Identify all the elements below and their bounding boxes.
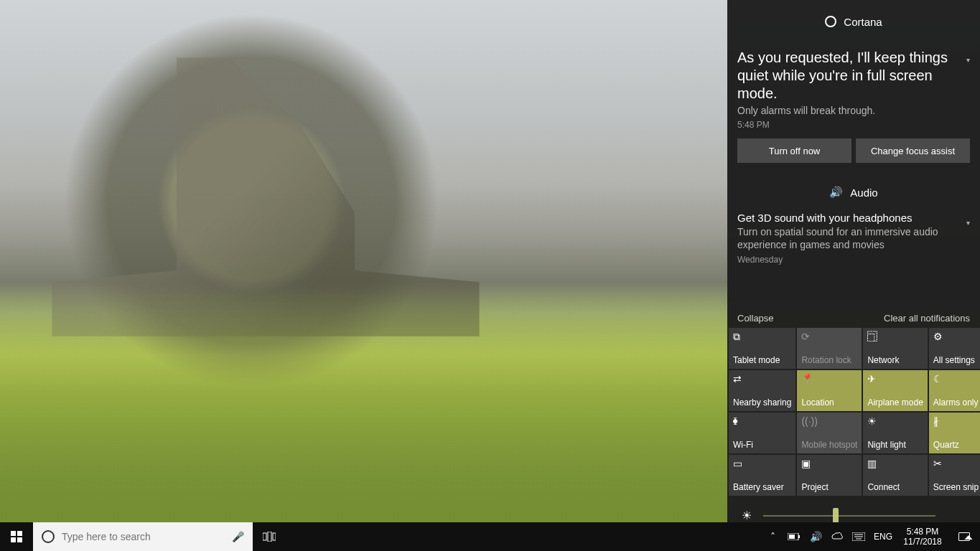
quick-action-label: Nearby sharing [733, 397, 791, 408]
sun-icon: ☀ [867, 416, 923, 426]
notification-cortana[interactable]: ▾ As you requested, I'll keep things qui… [727, 43, 980, 173]
quick-action-label: Battery saver [733, 482, 791, 492]
clear-all-button[interactable]: Clear all notifications [884, 313, 970, 324]
quick-action-rotation-lock: ⟳Rotation lock [797, 328, 862, 369]
rotation-icon: ⟳ [801, 331, 857, 342]
quick-action-airplane-mode[interactable]: ✈Airplane mode [863, 370, 927, 411]
quick-action-label: All settings [933, 355, 979, 365]
quick-action-label: Mobile hotspot [801, 440, 857, 450]
clock-date: 11/7/2018 [903, 537, 941, 547]
quick-action-screen-snip[interactable]: ✂Screen snip [929, 455, 980, 496]
quick-action-label: Quartz [933, 440, 979, 450]
notification-body: Turn on spatial sound for an immersive a… [737, 225, 970, 251]
change-focus-assist-button[interactable]: Change focus assist [856, 138, 970, 163]
tablet-icon: ⧉ [733, 331, 791, 342]
quick-action-tiles: ⧉Tablet mode⟳Rotation lock⿹Network⚙All s… [727, 328, 980, 496]
moon-icon: ☾ [933, 374, 979, 384]
notification-group-audio: 🔊 Audio [727, 173, 980, 206]
battery-icon: ▭ [733, 458, 791, 468]
collapse-button[interactable]: Collapse [737, 313, 774, 324]
chevron-down-icon[interactable]: ▾ [966, 56, 970, 64]
volume-tray-icon[interactable]: 🔊 [805, 531, 826, 542]
taskbar-clock[interactable]: 5:48 PM 11/7/2018 [897, 527, 948, 547]
task-view-icon [263, 532, 276, 542]
quick-action-network[interactable]: ⿹Network [863, 328, 927, 369]
quick-action-nearby-sharing[interactable]: ⇄Nearby sharing [729, 370, 795, 411]
system-tray: ˄ 🔊 ENG 5:48 PM 11/7/2018 [762, 522, 980, 551]
notification-icon [958, 532, 970, 541]
quick-action-night-light[interactable]: ☀Night light [863, 413, 927, 453]
clock-time: 5:48 PM [907, 527, 939, 537]
airplane-icon: ✈ [867, 374, 923, 384]
snip-icon: ✂ [933, 458, 979, 468]
notification-body: Only alarms will break through. [737, 104, 970, 117]
quick-action-quartz[interactable]: ∦Quartz [929, 413, 980, 453]
notification-app-name: Cortana [844, 16, 882, 28]
project-icon: ▣ [801, 458, 857, 468]
turn-off-now-button[interactable]: Turn off now [737, 138, 851, 163]
quick-action-connect[interactable]: ▥Connect [863, 455, 927, 496]
quick-action-battery-saver[interactable]: ▭Battery saver [729, 455, 795, 496]
keyboard-icon [852, 532, 865, 541]
share-icon: ⇄ [733, 374, 791, 384]
svg-rect-1 [268, 532, 271, 542]
touch-keyboard-icon[interactable] [848, 532, 869, 541]
quick-action-label: Screen snip [933, 482, 979, 492]
svg-rect-4 [798, 535, 800, 538]
svg-rect-2 [273, 533, 276, 540]
quick-action-tablet-mode[interactable]: ⧉Tablet mode [729, 328, 795, 369]
start-button[interactable] [0, 522, 33, 551]
notification-group-cortana: Cortana [727, 0, 980, 43]
svg-rect-0 [263, 533, 266, 540]
hotspot-icon: ((·)) [801, 416, 857, 426]
quick-action-label: Tablet mode [733, 355, 791, 365]
onedrive-icon [831, 532, 843, 542]
cortana-icon [825, 16, 836, 27]
quick-action-label: Alarms only [933, 397, 979, 408]
notification-time: 5:48 PM [737, 120, 970, 130]
brightness-slider[interactable] [763, 515, 935, 517]
quick-action-label: Location [801, 397, 857, 408]
notification-title: Get 3D sound with your headphones [737, 212, 970, 224]
quick-action-label: Rotation lock [801, 355, 857, 365]
brightness-icon: ☀ [742, 509, 752, 522]
settings-icon: ⚙ [933, 331, 979, 342]
notification-time: Wednesday [737, 255, 970, 265]
quick-action-alarms-only[interactable]: ☾Alarms only [929, 370, 980, 411]
brightness-control: ☀ [727, 496, 980, 522]
quick-action-label: Connect [867, 482, 923, 492]
notification-audio[interactable]: ▾ Get 3D sound with your headphones Turn… [727, 206, 980, 274]
battery-tray-icon[interactable] [783, 533, 805, 540]
quick-action-location[interactable]: 📍Location [797, 370, 862, 411]
quick-action-label: Night light [867, 440, 923, 450]
onedrive-tray-icon[interactable] [826, 532, 848, 542]
quick-action-all-settings[interactable]: ⚙All settings [929, 328, 980, 369]
chevron-down-icon[interactable]: ▾ [966, 219, 970, 227]
quick-action-wi-fi[interactable]: ⧳Wi-Fi [729, 413, 795, 453]
quick-action-label: Network [867, 355, 923, 365]
quick-action-project[interactable]: ▣Project [797, 455, 862, 496]
notification-title: As you requested, I'll keep things quiet… [737, 49, 970, 103]
location-icon: 📍 [801, 374, 857, 384]
taskbar: 🎤 ˄ 🔊 ENG 5:48 PM 11/7/2018 [0, 522, 980, 551]
audio-icon: 🔊 [829, 186, 843, 199]
action-center-panel: Cortana ▾ As you requested, I'll keep th… [727, 0, 980, 522]
svg-rect-5 [789, 534, 795, 539]
network-icon: ⿹ [867, 331, 923, 342]
wifi-icon: ⧳ [733, 416, 791, 426]
notification-app-name: Audio [850, 187, 877, 199]
bluetooth-icon: ∦ [933, 416, 979, 426]
connect-icon: ▥ [867, 458, 923, 468]
battery-icon [788, 533, 801, 540]
quick-action-mobile-hotspot: ((·))Mobile hotspot [797, 413, 862, 453]
tray-overflow-button[interactable]: ˄ [762, 531, 783, 542]
microphone-icon[interactable]: 🎤 [232, 531, 244, 542]
quick-action-label: Project [801, 482, 857, 492]
quick-action-label: Airplane mode [867, 397, 923, 408]
action-center-button[interactable] [948, 532, 980, 541]
language-indicator[interactable]: ENG [869, 532, 897, 542]
taskbar-search[interactable]: 🎤 [33, 522, 253, 551]
task-view-button[interactable] [253, 522, 286, 551]
search-input[interactable] [62, 531, 225, 542]
windows-icon [11, 531, 22, 542]
